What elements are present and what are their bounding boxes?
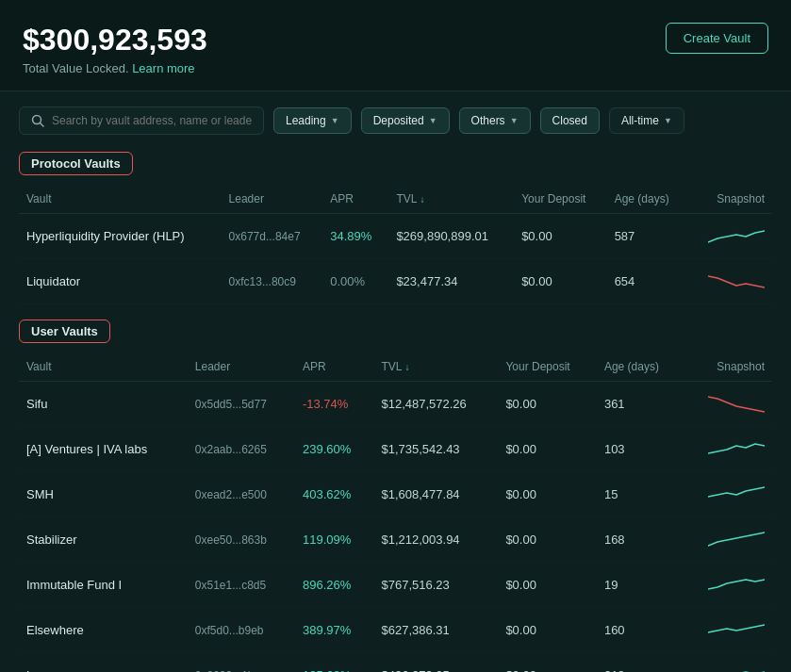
protocol-vaults-section: Protocol Vaults Vault Leader APR TVL ↓ Y… [19, 152, 772, 304]
closed-filter[interactable]: Closed [540, 107, 600, 134]
age-value: 19 [597, 563, 684, 608]
vault-name: Immutable Fund I [19, 563, 188, 608]
tvl-value: $767,516.23 [373, 563, 498, 608]
snapshot-cell [684, 653, 772, 673]
snapshot-cell [684, 563, 772, 608]
table-row[interactable]: Liquidator 0xfc13...80c9 0.00% $23,477.3… [19, 259, 772, 304]
search-icon [31, 114, 44, 127]
table-row[interactable]: SMH 0xead2...e500 403.62% $1,608,477.84 … [19, 472, 772, 517]
user-vaults-label: User Vaults [19, 320, 110, 343]
chevron-down-icon: ▼ [331, 116, 339, 125]
apr-value: 119.09% [295, 517, 374, 563]
tvl-value: $12,487,572.26 [373, 382, 498, 427]
snapshot-cell [684, 427, 772, 472]
snapshot-cell [688, 214, 772, 259]
age-value: 168 [597, 517, 684, 563]
tvl-value: $436,273.05 [373, 653, 498, 673]
col-deposit: Your Deposit [498, 352, 597, 382]
chevron-down-icon: ▼ [510, 116, 519, 125]
age-value: 15 [597, 472, 684, 517]
vault-name: Hyperliquidity Provider (HLP) [19, 214, 222, 259]
age-value: 654 [607, 259, 689, 304]
chevron-down-icon: ▼ [664, 116, 672, 125]
apr-value: 403.62% [295, 472, 374, 517]
table-row[interactable]: Hyperliquidity Provider (HLP) 0x677d...8… [19, 214, 772, 259]
vault-name: Elsewhere [19, 608, 188, 653]
learn-more-link[interactable]: Learn more [132, 61, 194, 75]
sort-arrow-icon: ↓ [404, 362, 409, 372]
snapshot-cell [684, 472, 772, 517]
col-apr: APR [322, 185, 388, 214]
deposit-value: $0.00 [498, 608, 597, 653]
age-value: 361 [597, 382, 684, 427]
table-row[interactable]: Loong 0x8923...1bac 125.68% $436,273.05 … [19, 653, 772, 673]
age-value: 318 [597, 653, 684, 673]
deposit-value: $0.00 [498, 517, 597, 563]
deposit-value: $0.00 [498, 563, 597, 608]
deposit-value: $0.00 [498, 382, 597, 427]
table-row[interactable]: Sifu 0x5dd5...5d77 -13.74% $12,487,572.2… [19, 382, 772, 427]
tvl-value: $1,212,003.94 [373, 517, 498, 563]
table-row[interactable]: [A] Ventures | IVA labs 0x2aab...6265 23… [19, 427, 772, 472]
table-row[interactable]: Stabilizer 0xee50...863b 119.09% $1,212,… [19, 517, 772, 563]
tvl-value: $627,386.31 [373, 608, 498, 653]
alltime-filter[interactable]: All-time ▼ [609, 107, 684, 134]
leader-address: 0x2aab...6265 [188, 427, 295, 472]
vault-name: SMH [19, 472, 188, 517]
deposit-value: $0.00 [498, 427, 597, 472]
age-value: 160 [597, 608, 684, 653]
age-value: 587 [607, 214, 689, 259]
main-content: Leading ▼ Deposited ▼ Others ▼ Closed Al… [0, 91, 791, 672]
tvl-amount: $300,923,593 [23, 23, 207, 57]
protocol-vaults-label: Protocol Vaults [19, 152, 133, 175]
table-row[interactable]: Immutable Fund I 0x51e1...c8d5 896.26% $… [19, 563, 772, 608]
protocol-vaults-table: Vault Leader APR TVL ↓ Your Deposit Age … [19, 185, 772, 304]
vault-name: Stabilizer [19, 517, 188, 563]
leader-address: 0x8923...1bac [188, 653, 295, 673]
col-apr: APR [295, 352, 374, 382]
svg-line-1 [41, 123, 44, 127]
search-input[interactable] [52, 114, 252, 127]
snapshot-cell [684, 382, 772, 427]
apr-value: 125.68% [295, 653, 374, 673]
snapshot-cell [684, 517, 772, 563]
apr-value: 389.97% [295, 608, 374, 653]
user-vaults-header-row: Vault Leader APR TVL ↓ Your Deposit Age … [19, 352, 772, 382]
leader-address: 0xf5d0...b9eb [188, 608, 295, 653]
leader-address: 0xead2...e500 [188, 472, 295, 517]
tvl-value: $23,477.34 [388, 259, 514, 304]
vault-name: Loong [19, 653, 188, 673]
tvl-value: $269,890,899.01 [388, 214, 514, 259]
leader-address: 0x5dd5...5d77 [188, 382, 295, 427]
col-snapshot: Snapshot [688, 185, 772, 214]
header: $300,923,593 Total Value Locked. Learn m… [0, 0, 791, 91]
deposited-filter[interactable]: Deposited ▼ [361, 107, 450, 134]
deposit-value: $0.00 [514, 259, 606, 304]
col-tvl: TVL ↓ [373, 352, 498, 382]
col-snapshot: Snapshot [684, 352, 772, 382]
apr-value: 0.00% [322, 259, 388, 304]
deposit-value: $0.00 [514, 214, 606, 259]
apr-value: -13.74% [295, 382, 374, 427]
age-value: 103 [597, 427, 684, 472]
col-vault: Vault [19, 185, 222, 214]
col-vault: Vault [19, 352, 188, 382]
table-row[interactable]: Elsewhere 0xf5d0...b9eb 389.97% $627,386… [19, 608, 772, 653]
others-filter[interactable]: Others ▼ [459, 107, 531, 134]
col-leader: Leader [222, 185, 323, 214]
col-leader: Leader [188, 352, 295, 382]
tvl-value: $1,608,477.84 [373, 472, 498, 517]
col-age: Age (days) [597, 352, 684, 382]
user-vaults-table: Vault Leader APR TVL ↓ Your Deposit Age … [19, 352, 772, 672]
deposit-value: $0.00 [498, 653, 597, 673]
leader-address: 0x51e1...c8d5 [188, 563, 295, 608]
tvl-label: Total Value Locked. Learn more [23, 61, 207, 75]
leader-address: 0x677d...84e7 [222, 214, 323, 259]
protocol-vaults-header-row: Vault Leader APR TVL ↓ Your Deposit Age … [19, 185, 772, 214]
filters-row: Leading ▼ Deposited ▼ Others ▼ Closed Al… [19, 107, 772, 135]
leader-address: 0xfc13...80c9 [222, 259, 323, 304]
apr-value: 896.26% [295, 563, 374, 608]
search-box [19, 107, 264, 135]
leading-filter[interactable]: Leading ▼ [273, 107, 352, 134]
create-vault-button[interactable]: Create Vault [666, 23, 768, 54]
